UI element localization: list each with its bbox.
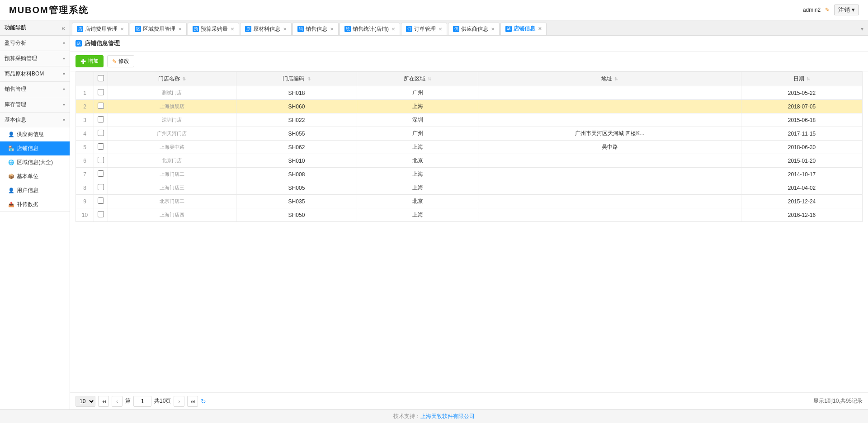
last-page-button[interactable]: ⏭ [187,396,198,407]
sidebar-section-bom: 商品原材料BOM ▾ [0,66,70,82]
table-row[interactable]: 4 广州天河门店 SH055 广州 广州市天河区天河城 四楼K... 2017-… [76,127,863,141]
tab-material[interactable]: 原 原材料信息 ✕ [240,23,292,35]
pagination: 10 20 50 ⏮ ‹ 第 共10页 › ⏭ ↻ 显示1到10,共95记录 [70,392,868,409]
row-checkbox[interactable] [98,197,104,204]
refresh-button[interactable]: ↻ [201,398,206,405]
chevron-down-icon: ▾ [63,102,65,107]
tab-close-store-info[interactable]: ✕ [538,26,542,31]
sort-name-icon[interactable]: ⇅ [182,76,186,81]
row-checkbox[interactable] [98,143,104,150]
tab-supplier[interactable]: 供 供应商信息 ✕ [448,23,500,35]
logout-button[interactable]: 注销 ▾ [834,5,859,15]
sidebar-item-unit[interactable]: 📦 基本单位 [0,169,70,183]
table-row[interactable]: 7 上海门店二 SH008 上海 2014-10-17 [76,168,863,181]
tab-region-cost[interactable]: 区 区域费用管理 ✕ [130,23,187,35]
prev-page-button[interactable]: ‹ [112,396,123,407]
tab-order[interactable]: 订 订单管理 ✕ [401,23,447,35]
row-checkbox[interactable] [98,170,104,177]
first-page-button[interactable]: ⏮ [98,396,109,407]
sort-address-icon[interactable]: ⇅ [614,76,618,81]
sort-date-icon[interactable]: ⇅ [807,76,810,81]
row-checkbox-cell[interactable] [94,195,108,208]
row-checkbox[interactable] [98,157,104,163]
chevron-down-icon: ▾ [63,118,65,122]
sidebar-item-user-label: 用户信息 [17,187,38,194]
table-row[interactable]: 10 上海门店四 SH050 上海 2016-12-16 [76,208,863,222]
row-date: 2018-06-30 [741,141,863,154]
sidebar-section-basic-header[interactable]: 基本信息 ▾ [0,113,70,127]
sort-area-icon[interactable]: ⇅ [428,76,431,81]
add-button[interactable]: ✚ 增加 [75,55,104,67]
table-row[interactable]: 5 上海吴中路 SH062 上海 吴中路 2018-06-30 [76,141,863,154]
row-address [478,100,741,113]
sidebar-section-profit-header[interactable]: 盈亏分析 ▾ [0,36,70,51]
tab-close-supplier[interactable]: ✕ [491,27,495,32]
row-checkbox-cell[interactable] [94,86,108,100]
row-code: SH062 [236,141,357,154]
row-checkbox-cell[interactable] [94,208,108,222]
row-checkbox[interactable] [98,184,104,190]
row-checkbox-cell[interactable] [94,127,108,141]
sidebar-item-upload[interactable]: 📤 补传数据 [0,197,70,212]
sidebar-section-sales-header[interactable]: 销售管理 ▾ [0,82,70,97]
sidebar-item-store[interactable]: 🏪 店铺信息 [0,141,70,155]
tab-close-budget[interactable]: ✕ [231,27,234,32]
footer-company-link[interactable]: 上海天牧软件有限公司 [420,413,475,420]
row-checkbox-cell[interactable] [94,113,108,127]
tab-close-material[interactable]: ✕ [283,27,287,32]
edit-label: 修改 [118,57,129,65]
sidebar-collapse-icon[interactable]: « [61,24,65,32]
table-row[interactable]: 3 深圳门店 SH022 深圳 2015-06-18 [76,113,863,127]
sort-code-icon[interactable]: ⇅ [307,76,311,81]
tab-close-sales[interactable]: ✕ [330,27,334,32]
sidebar-section-budget-header[interactable]: 预算采购管理 ▾ [0,51,70,66]
display-info: 显示1到10,共95记录 [813,398,863,404]
tab-close-store-cost[interactable]: ✕ [120,27,124,32]
tab-close-sales-stat[interactable]: ✕ [392,27,395,32]
row-checkbox[interactable] [98,211,104,217]
page-size-select[interactable]: 10 20 50 [75,396,95,407]
col-checkbox [94,72,108,86]
tab-label-order: 订单管理 [414,25,436,33]
row-checkbox-cell[interactable] [94,168,108,181]
row-address [478,195,741,208]
row-checkbox-cell[interactable] [94,181,108,195]
row-checkbox[interactable] [98,103,104,109]
tab-bar: 店 店铺费用管理 ✕ 区 区域费用管理 ✕ 预 预算采购量 ✕ 原 原材料信息 … [70,20,868,36]
table-row[interactable]: 2 上海旗舰店 SH060 上海 2018-07-05 [76,100,863,113]
row-address [478,154,741,168]
row-checkbox-cell[interactable] [94,100,108,113]
sidebar-section-inventory-header[interactable]: 库存管理 ▾ [0,97,70,112]
table-row[interactable]: 6 北京门店 SH010 北京 2015-01-20 [76,154,863,168]
user-icon: 👤 [8,188,14,194]
tab-budget[interactable]: 预 预算采购量 ✕ [188,23,239,35]
edit-button[interactable]: ✎ 修改 [107,55,134,67]
row-area: 上海 [357,100,478,113]
sidebar-item-region[interactable]: 🌐 区域信息(大全) [0,155,70,169]
table-row[interactable]: 1 测试门店 SH018 广州 2015-05-22 [76,86,863,100]
sidebar-item-supplier[interactable]: 👤 供应商信息 [0,127,70,141]
tab-more-icon[interactable]: ▾ [858,24,866,34]
sidebar-section-bom-header[interactable]: 商品原材料BOM ▾ [0,66,70,81]
page-number-input[interactable] [133,396,151,407]
tab-sales[interactable]: 销 销售信息 ✕ [292,23,339,35]
table-row[interactable]: 8 上海门店三 SH005 上海 2014-04-02 [76,181,863,195]
row-checkbox[interactable] [98,116,104,122]
next-page-button[interactable]: › [174,396,184,407]
tab-sales-stat[interactable]: 统 销售统计(店铺) ✕ [340,23,400,35]
tab-store-info[interactable]: 店 店铺信息 ✕ [500,23,547,35]
tab-close-order[interactable]: ✕ [439,27,442,32]
row-checkbox[interactable] [98,89,104,95]
row-address [478,86,741,100]
sidebar-nav-title: 功能导航 [5,24,26,32]
row-checkbox-cell[interactable] [94,154,108,168]
edit-profile-icon[interactable]: ✎ [825,7,830,13]
row-name: 上海门店三 [108,181,236,195]
sidebar-item-user[interactable]: 👤 用户信息 [0,183,70,197]
select-all-checkbox[interactable] [98,75,104,81]
tab-close-region-cost[interactable]: ✕ [178,27,182,32]
tab-store-cost[interactable]: 店 店铺费用管理 ✕ [72,23,129,35]
row-checkbox[interactable] [98,130,104,136]
row-checkbox-cell[interactable] [94,141,108,154]
table-row[interactable]: 9 北京门店二 SH035 北京 2015-12-24 [76,195,863,208]
